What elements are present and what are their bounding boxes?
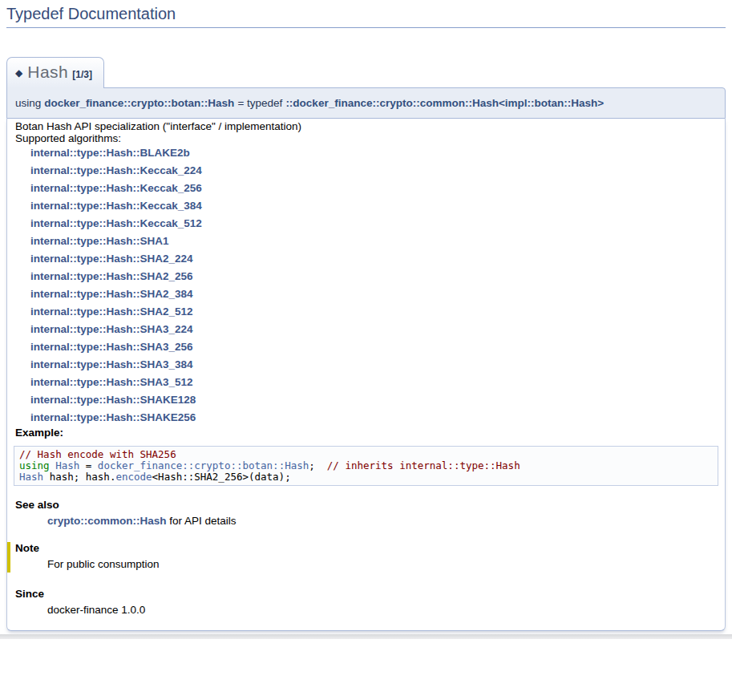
algorithm-link[interactable]: internal::type::Hash::Keccak_224 xyxy=(30,162,717,180)
member-overload-count: [1/3] xyxy=(72,69,92,80)
member-title-tab: ◆Hash[1/3] xyxy=(6,57,104,88)
code-link[interactable]: encode xyxy=(115,471,152,483)
declaration-keyword: using xyxy=(15,97,41,109)
declaration-equals: = typedef xyxy=(237,97,282,109)
algorithm-link[interactable]: internal::type::Hash::SHA2_384 xyxy=(30,285,717,303)
supported-algorithms-label: Supported algorithms: xyxy=(15,132,717,144)
algorithm-link[interactable]: internal::type::Hash::SHA1 xyxy=(30,233,717,250)
page-title: Typedef Documentation xyxy=(6,5,726,28)
member-item: ◆Hash[1/3] usingdocker_finance::crypto::… xyxy=(6,57,726,631)
example-label: Example: xyxy=(15,427,717,439)
algorithm-link[interactable]: internal::type::Hash::Keccak_384 xyxy=(30,197,717,215)
algorithm-link[interactable]: internal::type::Hash::SHAKE128 xyxy=(30,391,717,409)
algorithm-link[interactable]: internal::type::Hash::Keccak_256 xyxy=(30,180,717,197)
code-line: Hash hash; hash.encode<Hash::SHA2_256>(d… xyxy=(19,471,713,483)
see-also-label: See also xyxy=(15,499,717,511)
code-token: // inherits internal::type::Hash xyxy=(327,459,520,471)
code-token: = xyxy=(79,459,98,471)
code-fragment: // Hash encode with SHA256using Hash = d… xyxy=(14,446,718,486)
algorithm-link[interactable]: internal::type::Hash::SHA3_224 xyxy=(30,321,717,338)
code-line: using Hash = docker_finance::crypto::bot… xyxy=(19,460,713,471)
algorithm-link[interactable]: internal::type::Hash::SHA2_256 xyxy=(30,268,717,285)
see-also-section: See also crypto::common::Hash for API de… xyxy=(15,499,717,527)
code-link[interactable]: Hash xyxy=(55,459,79,471)
algorithm-link[interactable]: internal::type::Hash::SHA2_224 xyxy=(30,250,717,268)
algorithm-link[interactable]: internal::type::Hash::SHA3_512 xyxy=(30,374,717,391)
algorithm-link[interactable]: internal::type::Hash::SHA3_256 xyxy=(30,338,717,356)
code-token: hash; hash. xyxy=(43,471,115,483)
code-token: <Hash::SHA2_256>(data); xyxy=(152,471,291,483)
declaration-name-link[interactable]: docker_finance::crypto::botan::Hash xyxy=(44,97,234,109)
algorithm-link[interactable]: internal::type::Hash::SHAKE256 xyxy=(30,409,717,427)
code-line: // Hash encode with SHA256 xyxy=(19,449,713,460)
algorithm-link[interactable]: internal::type::Hash::BLAKE2b xyxy=(30,144,717,162)
since-label: Since xyxy=(15,588,717,600)
see-also-suffix: for API details xyxy=(167,515,237,527)
permalink-diamond-icon[interactable]: ◆ xyxy=(15,67,22,79)
member-documentation: Botan Hash API specialization ("interfac… xyxy=(6,119,726,631)
note-section: Note For public consumption xyxy=(7,542,717,573)
member-name: Hash xyxy=(27,63,68,81)
algorithm-link[interactable]: internal::type::Hash::Keccak_512 xyxy=(30,215,717,233)
note-label: Note xyxy=(15,542,717,554)
code-token: ; xyxy=(309,459,327,471)
since-text: docker-finance 1.0.0 xyxy=(47,604,717,616)
code-link[interactable]: docker_finance::crypto::botan::Hash xyxy=(98,459,309,471)
member-declaration: usingdocker_finance::crypto::botan::Hash… xyxy=(6,87,726,119)
code-token: using xyxy=(19,459,50,471)
algorithm-link-list: internal::type::Hash::BLAKE2binternal::t… xyxy=(30,144,717,427)
algorithm-link[interactable]: internal::type::Hash::SHA3_384 xyxy=(30,356,717,374)
code-link[interactable]: Hash xyxy=(19,471,43,483)
code-token: // Hash encode with SHA256 xyxy=(19,448,176,460)
member-description: Botan Hash API specialization ("interfac… xyxy=(15,120,717,132)
page-footer-strip xyxy=(0,634,732,639)
since-section: Since docker-finance 1.0.0 xyxy=(15,588,717,616)
declaration-type-link[interactable]: ::docker_finance::crypto::common::Hash<i… xyxy=(285,97,604,109)
algorithm-link[interactable]: internal::type::Hash::SHA2_512 xyxy=(30,303,717,321)
note-text: For public consumption xyxy=(47,558,717,570)
see-also-link[interactable]: crypto::common::Hash xyxy=(47,515,167,527)
see-also-content: crypto::common::Hash for API details xyxy=(47,515,717,527)
